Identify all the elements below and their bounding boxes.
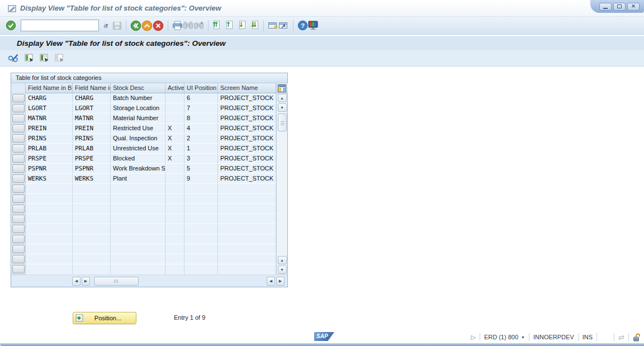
table-cell[interactable]: PROJECT_STOCK	[218, 103, 276, 113]
row-select-button[interactable]	[12, 144, 25, 153]
table-cell[interactable]	[184, 234, 218, 244]
table-cell[interactable]	[165, 184, 184, 194]
table-cell[interactable]: 6	[184, 93, 218, 103]
detail-row-icon[interactable]	[55, 54, 65, 63]
row-select-button[interactable]	[12, 255, 25, 263]
table-cell[interactable]	[111, 214, 165, 224]
table-cell[interactable]: 4	[184, 124, 218, 134]
table-cell[interactable]	[184, 184, 218, 194]
table-cell[interactable]	[165, 164, 184, 174]
table-cell[interactable]: 5	[184, 164, 218, 174]
table-cell[interactable]: PROJECT_STOCK	[218, 113, 276, 124]
row-select-button[interactable]	[12, 164, 25, 173]
table-cell[interactable]	[184, 224, 218, 234]
table-cell[interactable]	[165, 113, 184, 124]
close-button[interactable]: ✕	[627, 3, 640, 11]
expand-row-icon[interactable]	[25, 54, 35, 63]
table-cell[interactable]	[73, 234, 111, 244]
scroll-left-button[interactable]: ◀	[72, 277, 80, 286]
table-cell[interactable]: Storage Location	[111, 103, 165, 113]
table-cell[interactable]	[26, 194, 73, 204]
column-header[interactable]: Screen Name	[218, 83, 276, 93]
table-cell[interactable]	[165, 264, 184, 274]
table-cell[interactable]: PRINS	[73, 134, 111, 144]
table-cell[interactable]: MATNR	[26, 113, 73, 124]
table-cell[interactable]	[218, 204, 276, 214]
new-session-icon[interactable]	[268, 21, 278, 30]
row-select-button[interactable]	[12, 114, 25, 122]
display-change-icon[interactable]	[8, 54, 20, 63]
row-select-button[interactable]	[12, 134, 25, 143]
column-header[interactable]: UI Position	[184, 83, 218, 93]
table-cell[interactable]	[73, 224, 111, 234]
row-select-button[interactable]	[12, 174, 25, 183]
row-select-button[interactable]	[12, 184, 25, 193]
table-cell[interactable]: X	[165, 144, 184, 154]
table-cell[interactable]: PREIN	[73, 124, 111, 134]
table-cell[interactable]: 3	[184, 154, 218, 164]
column-header[interactable]: Field Name in...	[73, 83, 111, 93]
customize-layout-icon[interactable]	[308, 21, 318, 30]
table-cell[interactable]: CHARG	[26, 93, 73, 103]
table-cell[interactable]: PROJECT_STOCK	[218, 144, 276, 154]
table-cell[interactable]: MATNR	[73, 113, 111, 124]
row-select-button[interactable]	[12, 225, 25, 233]
row-select-button[interactable]	[12, 154, 25, 163]
table-cell[interactable]	[165, 174, 184, 184]
table-cell[interactable]	[184, 194, 218, 204]
table-cell[interactable]: WERKS	[26, 174, 73, 184]
system-id[interactable]: ERD (1) 800	[484, 334, 518, 340]
table-cell[interactable]	[184, 254, 218, 264]
table-cell[interactable]	[165, 234, 184, 244]
table-cell[interactable]: PROJECT_STOCK	[218, 134, 276, 144]
table-cell[interactable]: PSPNR	[26, 164, 73, 174]
table-cell[interactable]: LGORT	[73, 103, 111, 113]
help-icon[interactable]: ?	[297, 20, 308, 31]
table-cell[interactable]	[218, 264, 276, 274]
maximize-button[interactable]	[613, 3, 626, 11]
vertical-scroll-thumb[interactable]	[278, 113, 287, 131]
row-select-button[interactable]	[12, 94, 25, 102]
table-cell[interactable]: PRLAB	[26, 144, 73, 154]
table-cell[interactable]: PROJECT_STOCK	[218, 93, 276, 103]
table-cell[interactable]: PROJECT_STOCK	[218, 164, 276, 174]
table-cell[interactable]: Material Number	[111, 113, 165, 124]
scroll-right-button-right[interactable]: ▶	[276, 277, 285, 286]
table-cell[interactable]: PROJECT_STOCK	[218, 174, 276, 184]
enter-button[interactable]	[6, 20, 16, 31]
table-cell[interactable]	[26, 264, 73, 274]
unlock-icon[interactable]	[633, 333, 641, 342]
status-expand-icon[interactable]: ▷	[471, 334, 475, 341]
table-cell[interactable]: Qual. Inspection	[111, 134, 165, 144]
cancel-icon[interactable]	[153, 20, 164, 31]
table-cell[interactable]: 9	[184, 174, 218, 184]
table-cell[interactable]	[218, 194, 276, 204]
table-cell[interactable]	[26, 224, 73, 234]
horizontal-scrollbar[interactable]: ◀ ▶ ◀ ▶	[11, 274, 287, 287]
row-select-button[interactable]	[12, 205, 25, 213]
insert-mode-indicator[interactable]: INS	[583, 334, 593, 340]
scroll-up-button[interactable]: ▲	[278, 94, 287, 102]
table-cell[interactable]	[165, 93, 184, 103]
table-cell[interactable]: WERKS	[73, 174, 111, 184]
table-cell[interactable]: PROJECT_STOCK	[218, 154, 276, 164]
table-cell[interactable]	[218, 224, 276, 234]
table-cell[interactable]: 7	[184, 103, 218, 113]
row-select-button[interactable]	[12, 195, 25, 203]
row-select-button[interactable]	[12, 235, 25, 243]
table-cell[interactable]: CHARG	[73, 93, 111, 103]
collapse-row-icon[interactable]	[40, 54, 50, 63]
command-input[interactable]	[21, 21, 104, 30]
exit-icon[interactable]	[141, 20, 153, 31]
table-cell[interactable]: 8	[184, 113, 218, 124]
scroll-down-button-bottom[interactable]: ▼	[278, 266, 287, 274]
table-cell[interactable]: PRSPE	[26, 154, 73, 164]
table-cell[interactable]	[26, 254, 73, 264]
vertical-scrollbar[interactable]: ▲ ▼ ▲ ▼	[276, 83, 287, 274]
table-cell[interactable]	[165, 224, 184, 234]
table-cell[interactable]	[165, 194, 184, 204]
table-cell[interactable]: PRSPE	[73, 154, 111, 164]
table-cell[interactable]	[26, 214, 73, 224]
table-cell[interactable]: X	[165, 154, 184, 164]
table-cell[interactable]	[111, 184, 165, 194]
